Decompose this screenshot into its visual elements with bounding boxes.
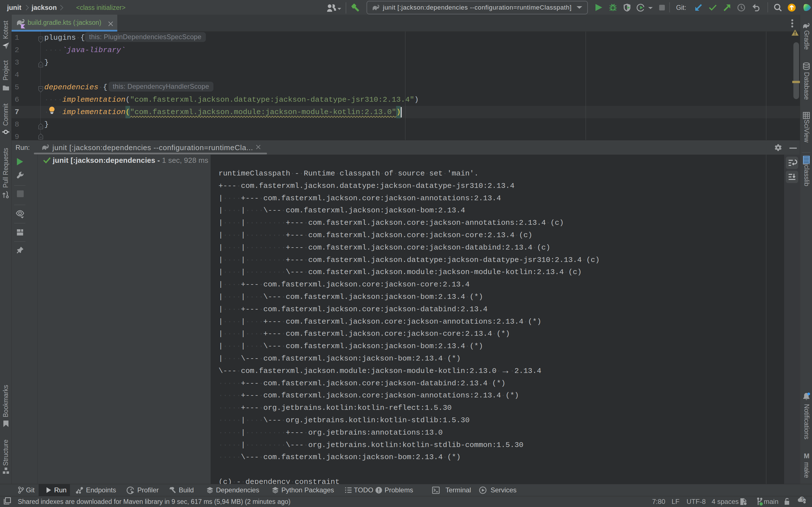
svg-text:?: ?	[801, 497, 804, 502]
